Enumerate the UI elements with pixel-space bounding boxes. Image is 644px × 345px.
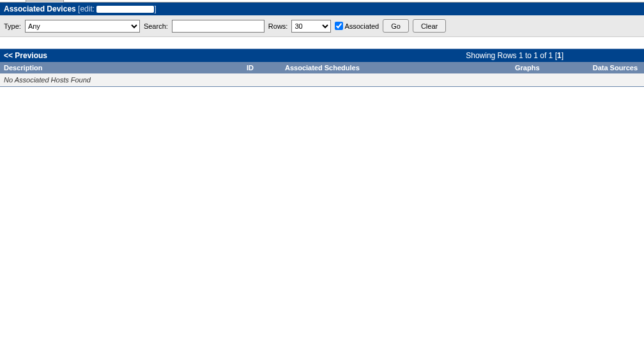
tab-strip xyxy=(0,0,644,3)
section-title-bar: Associated Devices [edit: ] xyxy=(0,3,644,15)
associated-checkbox[interactable] xyxy=(335,22,343,30)
pager-bar: << Previous Showing Rows 1 to 1 of 1 [1] xyxy=(0,49,644,62)
section-title: Associated Devices xyxy=(4,4,76,13)
edit-target-redacted xyxy=(96,6,154,13)
previous-page-link[interactable]: << Previous xyxy=(4,51,47,60)
edit-label-prefix: [edit: xyxy=(76,4,97,13)
search-input[interactable] xyxy=(172,20,264,33)
showing-rows-text: Showing Rows 1 to 1 of 1 [1] xyxy=(466,51,564,60)
column-header-id[interactable]: ID xyxy=(247,64,285,72)
filter-toolbar: Type: Any Search: Rows: 30 Associated Go… xyxy=(0,15,644,37)
go-button[interactable]: Go xyxy=(383,19,409,33)
search-label: Search: xyxy=(144,22,168,30)
clear-button[interactable]: Clear xyxy=(413,19,446,33)
column-header-schedules[interactable]: Associated Schedules xyxy=(285,64,515,72)
column-header-description[interactable]: Description xyxy=(4,64,247,72)
empty-results-message: No Associated Hosts Found xyxy=(0,73,644,87)
type-label: Type: xyxy=(4,22,21,30)
tab-stub xyxy=(26,0,64,3)
type-select[interactable]: Any xyxy=(25,20,140,33)
column-header-data-sources[interactable]: Data Sources xyxy=(579,64,640,72)
column-header-row: Description ID Associated Schedules Grap… xyxy=(0,62,644,73)
rows-label: Rows: xyxy=(268,22,288,30)
associated-label: Associated xyxy=(344,22,379,30)
column-header-graphs[interactable]: Graphs xyxy=(515,64,579,72)
rows-select[interactable]: 30 xyxy=(291,20,331,33)
edit-label-suffix: ] xyxy=(154,4,156,13)
